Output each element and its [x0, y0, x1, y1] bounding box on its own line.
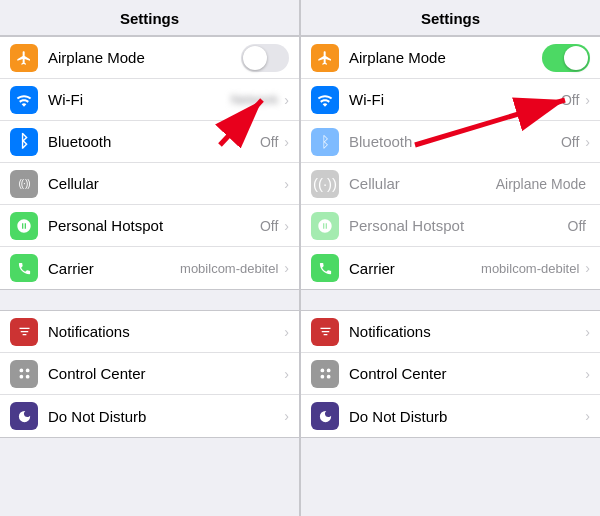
left-notifications-chevron: › — [284, 324, 289, 340]
right-carrier-label: Carrier — [349, 260, 481, 277]
right-section-2: Notifications › Control Center › Do Not … — [301, 310, 600, 438]
left-panel-title: Settings — [0, 0, 299, 36]
donotdisturb-icon-left — [10, 402, 38, 430]
svg-point-7 — [326, 375, 330, 379]
right-bluetooth-value: Off — [561, 134, 579, 150]
right-section-1: Airplane Mode Wi-Fi Off › ᛒ Bluetooth Of… — [301, 36, 600, 290]
left-section-2: Notifications › Control Center › Do Not … — [0, 310, 299, 438]
controlcenter-icon-left — [10, 360, 38, 388]
airplane-icon-left — [10, 44, 38, 72]
left-carrier-chevron: › — [284, 260, 289, 276]
right-gap-2 — [301, 438, 600, 516]
right-carrier-value: mobilcom-debitel — [481, 261, 579, 276]
wifi-icon-left — [10, 86, 38, 114]
right-bluetooth-label: Bluetooth — [349, 133, 561, 150]
carrier-icon-left — [10, 254, 38, 282]
right-row-donotdisturb[interactable]: Do Not Disturb › — [301, 395, 600, 437]
left-row-donotdisturb[interactable]: Do Not Disturb › — [0, 395, 299, 437]
left-row-carrier[interactable]: Carrier mobilcom-debitel › — [0, 247, 299, 289]
right-gap-1 — [301, 290, 600, 310]
hotspot-icon-left — [10, 212, 38, 240]
left-gap-1 — [0, 290, 299, 310]
left-gap-2 — [0, 438, 299, 516]
left-hotspot-label: Personal Hotspot — [48, 217, 260, 234]
svg-point-4 — [320, 369, 324, 373]
right-airplane-toggle[interactable] — [542, 44, 590, 72]
right-row-airplane[interactable]: Airplane Mode — [301, 37, 600, 79]
left-wifi-label: Wi-Fi — [48, 91, 231, 108]
svg-point-0 — [19, 369, 23, 373]
left-bluetooth-label: Bluetooth — [48, 133, 260, 150]
cellular-icon-right: ((·)) — [311, 170, 339, 198]
left-hotspot-value: Off — [260, 218, 278, 234]
left-panel: Settings Airplane Mode Wi-Fi Network › — [0, 0, 299, 516]
left-row-notifications[interactable]: Notifications › — [0, 311, 299, 353]
cellular-icon-left: ((·)) — [10, 170, 38, 198]
right-carrier-chevron: › — [585, 260, 590, 276]
left-carrier-label: Carrier — [48, 260, 180, 277]
left-row-controlcenter[interactable]: Control Center › — [0, 353, 299, 395]
right-airplane-label: Airplane Mode — [349, 49, 538, 66]
left-cellular-chevron: › — [284, 176, 289, 192]
right-row-bluetooth[interactable]: ᛒ Bluetooth Off › — [301, 121, 600, 163]
carrier-icon-right — [311, 254, 339, 282]
left-wifi-value: Network — [231, 92, 279, 107]
right-hotspot-label: Personal Hotspot — [349, 217, 568, 234]
donotdisturb-icon-right — [311, 402, 339, 430]
svg-point-2 — [19, 375, 23, 379]
left-section-1: Airplane Mode Wi-Fi Network › ᛒ Bluetoot… — [0, 36, 299, 290]
right-wifi-value: Off — [561, 92, 579, 108]
left-carrier-value: mobilcom-debitel — [180, 261, 278, 276]
left-row-wifi[interactable]: Wi-Fi Network › — [0, 79, 299, 121]
right-hotspot-value: Off — [568, 218, 586, 234]
notifications-icon-right — [311, 318, 339, 346]
right-row-wifi[interactable]: Wi-Fi Off › — [301, 79, 600, 121]
left-wifi-chevron: › — [284, 92, 289, 108]
left-hotspot-chevron: › — [284, 218, 289, 234]
right-panel: Settings Airplane Mode Wi-Fi Off › — [301, 0, 600, 516]
right-row-controlcenter[interactable]: Control Center › — [301, 353, 600, 395]
svg-point-6 — [320, 375, 324, 379]
notifications-icon-left — [10, 318, 38, 346]
right-wifi-label: Wi-Fi — [349, 91, 561, 108]
right-controlcenter-chevron: › — [585, 366, 590, 382]
right-bluetooth-chevron: › — [585, 134, 590, 150]
controlcenter-icon-right — [311, 360, 339, 388]
left-notifications-label: Notifications — [48, 323, 282, 340]
left-row-hotspot[interactable]: Personal Hotspot Off › — [0, 205, 299, 247]
left-controlcenter-label: Control Center — [48, 365, 282, 382]
right-donotdisturb-label: Do Not Disturb — [349, 408, 583, 425]
right-notifications-chevron: › — [585, 324, 590, 340]
bluetooth-icon-left: ᛒ — [10, 128, 38, 156]
right-controlcenter-label: Control Center — [349, 365, 583, 382]
right-notifications-label: Notifications — [349, 323, 583, 340]
right-row-hotspot[interactable]: Personal Hotspot Off — [301, 205, 600, 247]
bluetooth-icon-right: ᛒ — [311, 128, 339, 156]
left-airplane-toggle[interactable] — [241, 44, 289, 72]
left-airplane-label: Airplane Mode — [48, 49, 237, 66]
svg-point-1 — [25, 369, 29, 373]
hotspot-icon-right — [311, 212, 339, 240]
right-cellular-label: Cellular — [349, 175, 496, 192]
left-bluetooth-value: Off — [260, 134, 278, 150]
right-wifi-chevron: › — [585, 92, 590, 108]
right-cellular-value: Airplane Mode — [496, 176, 586, 192]
airplane-icon-right — [311, 44, 339, 72]
right-row-notifications[interactable]: Notifications › — [301, 311, 600, 353]
left-donotdisturb-chevron: › — [284, 408, 289, 424]
right-row-carrier[interactable]: Carrier mobilcom-debitel › — [301, 247, 600, 289]
right-row-cellular[interactable]: ((·)) Cellular Airplane Mode — [301, 163, 600, 205]
left-cellular-label: Cellular — [48, 175, 282, 192]
right-donotdisturb-chevron: › — [585, 408, 590, 424]
left-row-bluetooth[interactable]: ᛒ Bluetooth Off › — [0, 121, 299, 163]
left-row-cellular[interactable]: ((·)) Cellular › — [0, 163, 299, 205]
svg-point-3 — [25, 375, 29, 379]
right-panel-title: Settings — [301, 0, 600, 36]
left-donotdisturb-label: Do Not Disturb — [48, 408, 282, 425]
svg-point-5 — [326, 369, 330, 373]
wifi-icon-right — [311, 86, 339, 114]
left-bluetooth-chevron: › — [284, 134, 289, 150]
left-controlcenter-chevron: › — [284, 366, 289, 382]
left-row-airplane[interactable]: Airplane Mode — [0, 37, 299, 79]
